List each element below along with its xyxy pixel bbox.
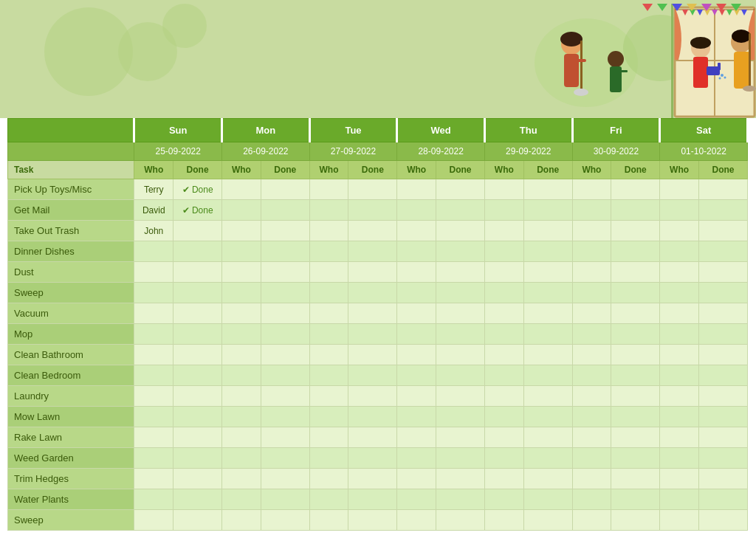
task-done-day0[interactable] [173, 489, 222, 510]
task-done-day4[interactable] [523, 179, 572, 200]
task-who-day0[interactable] [134, 386, 173, 407]
task-done-day4[interactable] [523, 283, 572, 303]
task-who-day1[interactable] [222, 221, 261, 241]
task-who-day1[interactable] [222, 200, 261, 221]
task-done-day4[interactable] [523, 221, 572, 241]
task-done-day6[interactable] [698, 283, 747, 303]
task-done-day5[interactable] [611, 365, 660, 386]
task-who-day6[interactable] [660, 324, 699, 345]
task-done-day2[interactable] [348, 345, 397, 365]
task-done-day0[interactable]: ✔ Done [173, 200, 222, 221]
task-who-day4[interactable] [484, 200, 523, 221]
task-who-day0[interactable] [134, 262, 173, 283]
task-done-day2[interactable] [348, 365, 397, 386]
task-done-day5[interactable] [611, 469, 660, 489]
task-done-day4[interactable] [523, 407, 572, 427]
task-who-day5[interactable] [572, 241, 611, 262]
task-done-day2[interactable] [348, 489, 397, 510]
task-done-day0[interactable] [173, 283, 222, 303]
task-done-day5[interactable] [611, 489, 660, 510]
task-who-day3[interactable] [397, 283, 436, 303]
task-done-day3[interactable] [436, 345, 485, 365]
task-done-day6[interactable] [698, 303, 747, 324]
task-who-day2[interactable] [309, 324, 348, 345]
task-who-day1[interactable] [222, 448, 261, 469]
task-done-day0[interactable] [173, 427, 222, 448]
task-who-day0[interactable] [134, 448, 173, 469]
task-who-day0[interactable]: John [134, 221, 173, 241]
task-done-day4[interactable] [523, 365, 572, 386]
task-who-day3[interactable] [397, 303, 436, 324]
task-done-day5[interactable] [611, 200, 660, 221]
task-done-day3[interactable] [436, 510, 485, 531]
task-done-day2[interactable] [348, 179, 397, 200]
task-who-day6[interactable] [660, 200, 699, 221]
task-who-day5[interactable] [572, 510, 611, 531]
task-who-day2[interactable] [309, 386, 348, 407]
task-done-day0[interactable] [173, 407, 222, 427]
task-who-day3[interactable] [397, 200, 436, 221]
task-done-day1[interactable] [261, 365, 309, 386]
task-done-day1[interactable] [261, 386, 309, 407]
task-done-day1[interactable] [261, 448, 309, 469]
task-who-day0[interactable] [134, 324, 173, 345]
task-who-day6[interactable] [660, 283, 699, 303]
task-who-day2[interactable] [309, 427, 348, 448]
task-done-day6[interactable] [698, 241, 747, 262]
task-done-day1[interactable] [261, 427, 309, 448]
task-done-day3[interactable] [436, 324, 485, 345]
task-who-day5[interactable] [572, 324, 611, 345]
task-done-day5[interactable] [611, 345, 660, 365]
task-done-day6[interactable] [698, 427, 747, 448]
task-who-day6[interactable] [660, 448, 699, 469]
task-done-day4[interactable] [523, 241, 572, 262]
task-done-day6[interactable] [698, 407, 747, 427]
task-done-day3[interactable] [436, 241, 485, 262]
task-done-day0[interactable] [173, 510, 222, 531]
task-done-day6[interactable] [698, 200, 747, 221]
task-done-day3[interactable] [436, 448, 485, 469]
task-done-day6[interactable] [698, 365, 747, 386]
task-who-day2[interactable] [309, 448, 348, 469]
task-who-day0[interactable]: David [134, 200, 173, 221]
task-who-day1[interactable] [222, 324, 261, 345]
task-done-day4[interactable] [523, 469, 572, 489]
task-done-day6[interactable] [698, 262, 747, 283]
task-done-day1[interactable] [261, 303, 309, 324]
task-who-day6[interactable] [660, 489, 699, 510]
task-done-day2[interactable] [348, 221, 397, 241]
task-who-day6[interactable] [660, 365, 699, 386]
task-done-day2[interactable] [348, 407, 397, 427]
task-who-day2[interactable] [309, 489, 348, 510]
task-who-day0[interactable] [134, 427, 173, 448]
task-done-day2[interactable] [348, 427, 397, 448]
task-who-day2[interactable] [309, 469, 348, 489]
task-who-day3[interactable] [397, 427, 436, 448]
task-who-day2[interactable] [309, 200, 348, 221]
task-done-day4[interactable] [523, 510, 572, 531]
task-done-day4[interactable] [523, 303, 572, 324]
task-who-day0[interactable] [134, 407, 173, 427]
task-who-day4[interactable] [484, 489, 523, 510]
task-who-day5[interactable] [572, 345, 611, 365]
task-who-day1[interactable] [222, 179, 261, 200]
task-done-day1[interactable] [261, 407, 309, 427]
task-who-day6[interactable] [660, 345, 699, 365]
task-done-day4[interactable] [523, 262, 572, 283]
task-done-day4[interactable] [523, 427, 572, 448]
task-who-day1[interactable] [222, 489, 261, 510]
task-done-day0[interactable] [173, 365, 222, 386]
task-done-day2[interactable] [348, 283, 397, 303]
task-done-day3[interactable] [436, 200, 485, 221]
task-done-day3[interactable] [436, 283, 485, 303]
task-done-day0[interactable]: ✔ Done [173, 179, 222, 200]
task-done-day0[interactable] [173, 386, 222, 407]
task-done-day2[interactable] [348, 469, 397, 489]
task-who-day4[interactable] [484, 303, 523, 324]
task-done-day1[interactable] [261, 221, 309, 241]
task-done-day2[interactable] [348, 303, 397, 324]
task-who-day1[interactable] [222, 262, 261, 283]
task-who-day6[interactable] [660, 241, 699, 262]
task-who-day4[interactable] [484, 365, 523, 386]
task-done-day4[interactable] [523, 489, 572, 510]
